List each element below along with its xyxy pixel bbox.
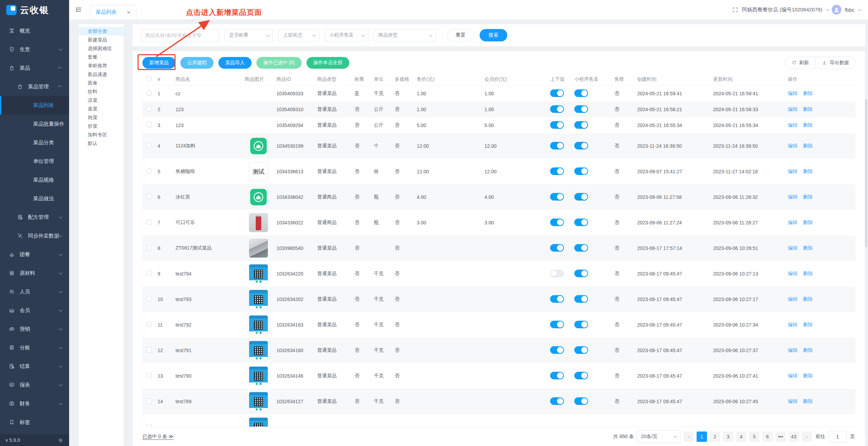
page-button-3[interactable]: 3 [723,432,733,442]
edit-link[interactable]: 编辑 [788,322,798,327]
on-sale-toggle[interactable] [550,346,564,354]
delete-link[interactable]: 删除 [803,90,813,96]
on-sale-toggle[interactable] [550,244,564,252]
more-pages-button[interactable]: ••• [775,432,786,442]
category-item[interactable]: 全部分类 [79,27,124,36]
on-sale-toggle[interactable] [550,397,564,405]
sidebar-item-split-account[interactable]: 分账 [0,338,69,357]
delete-link[interactable]: 删除 [803,245,813,251]
mini-program-sale-toggle[interactable] [574,295,588,303]
delete-link[interactable]: 删除 [803,296,813,302]
close-tab-icon[interactable]: × [127,9,131,16]
edit-link[interactable]: 编辑 [788,296,798,302]
row-checkbox[interactable] [147,106,152,112]
row-checkbox[interactable] [147,398,152,404]
sidebar-item-reports[interactable]: 报表 [0,376,69,394]
sidebar-item-tags[interactable]: 标签 [0,413,69,432]
row-checkbox[interactable] [147,271,152,276]
row-checkbox[interactable] [147,122,152,127]
search-button[interactable]: 搜索 [480,29,507,41]
on-sale-toggle[interactable] [550,193,564,201]
on-sale-toggle[interactable] [550,121,564,129]
page-button-5[interactable]: 5 [749,432,760,442]
mini-program-sale-toggle[interactable] [574,89,588,97]
sidebar-item-staff[interactable]: 人员 [0,282,69,301]
edit-link[interactable]: 编辑 [788,245,798,251]
filter-select-sale-status[interactable]: 上架状态 [279,29,319,41]
category-item[interactable]: 默认 [79,139,124,148]
mini-program-sale-toggle[interactable] [574,142,588,149]
sidebar-item-sync-takeout[interactable]: 同步外卖数据 [0,226,69,245]
edit-link[interactable]: 编辑 [788,347,798,353]
gear-icon[interactable] [58,437,64,443]
store-name[interactable]: 阿杨西餐餐饮店 (编号1020842079) [742,7,822,13]
next-page-button[interactable]: › [802,432,812,442]
row-checkbox[interactable] [147,220,152,225]
edit-link[interactable]: 编辑 [788,194,798,200]
selected-count-link[interactable]: 已选中 0 条 ≫ [142,434,173,440]
filter-select-product-type[interactable]: 商品类型 [374,29,436,41]
reset-button[interactable]: 重置 [447,29,474,41]
edit-link[interactable]: 编辑 [788,271,798,276]
category-item[interactable]: 选择困难症 [79,44,124,53]
row-checkbox[interactable] [147,245,152,250]
mini-program-sale-toggle[interactable] [574,397,588,405]
operate-selected-button[interactable]: 操作已选中 (0) [256,57,302,69]
category-item[interactable]: 炒菜 [79,122,124,130]
add-dish-button[interactable]: 新增菜品 [142,57,176,69]
sidebar-item-dish-category[interactable]: 菜品分类 [0,133,69,152]
mini-program-sale-toggle[interactable] [574,121,588,129]
row-checkbox[interactable] [147,296,152,301]
page-button-6[interactable]: 6 [762,432,773,442]
sidebar-item-dish-list[interactable]: 菜品列表 [0,96,69,115]
delete-link[interactable]: 删除 [803,373,813,378]
select-all-checkbox[interactable] [147,76,152,81]
edit-link[interactable]: 编辑 [788,220,798,225]
delete-link[interactable]: 删除 [803,194,813,200]
row-checkbox[interactable] [147,143,152,148]
row-checkbox[interactable] [147,424,152,427]
on-sale-toggle[interactable] [550,270,564,277]
mini-program-sale-toggle[interactable] [574,244,588,252]
goto-page-input[interactable] [829,431,847,443]
export-data-button[interactable]: 导出数据 [815,57,855,69]
on-sale-toggle[interactable] [550,105,564,113]
mini-program-sale-toggle[interactable] [574,167,588,175]
sidebar-item-dish-method[interactable]: 菜品做法 [0,189,69,208]
page-size-select[interactable]: 20条/页 [636,430,681,443]
page-button-1[interactable]: 1 [697,432,707,442]
delete-link[interactable]: 删除 [803,143,813,148]
category-item[interactable]: 新品速递 [79,70,124,79]
mini-program-sale-toggle[interactable] [574,219,588,226]
edit-link[interactable]: 编辑 [788,122,798,128]
sidebar-item-members[interactable]: 会员 [0,301,69,320]
sidebar-item-business[interactable]: 生意 [0,40,69,59]
refresh-button[interactable]: 刷新 [785,57,815,69]
row-checkbox[interactable] [147,194,152,199]
mini-program-sale-toggle[interactable] [574,321,588,328]
category-item[interactable]: 新建菜品 [79,36,124,44]
sidebar-item-recipe-manage[interactable]: 配方管理 [0,208,69,226]
sidebar-item-group-meal[interactable]: 团餐 [0,245,69,264]
delete-link[interactable]: 删除 [803,220,813,225]
delete-link[interactable]: 删除 [803,347,813,353]
sidebar-item-dishes[interactable]: 菜品 [0,59,69,77]
scrollbar-thumb[interactable] [865,99,867,247]
filter-select-mini-sale[interactable]: 小程序售卖 [325,29,368,41]
row-checkbox[interactable] [147,322,152,327]
category-item[interactable]: 套餐 [79,53,124,61]
on-sale-toggle[interactable] [550,295,564,303]
user-chevron-down-icon[interactable] [858,8,861,11]
cloud-archive-button[interactable]: 云库建档 [180,57,214,69]
on-sale-toggle[interactable] [550,167,564,175]
edit-link[interactable]: 编辑 [788,143,798,148]
on-sale-toggle[interactable] [550,89,564,97]
mini-program-sale-toggle[interactable] [574,105,588,113]
sidebar-item-marketing[interactable]: 营销 [0,320,69,338]
mini-program-sale-toggle[interactable] [574,372,588,379]
sidebar-item-dish-batch[interactable]: 菜品批量操作 [0,115,69,133]
category-item[interactable]: 凉菜 [79,96,124,105]
on-sale-toggle[interactable] [550,142,564,149]
category-item[interactable]: 加料专区 [79,130,124,139]
row-checkbox[interactable] [147,373,152,378]
